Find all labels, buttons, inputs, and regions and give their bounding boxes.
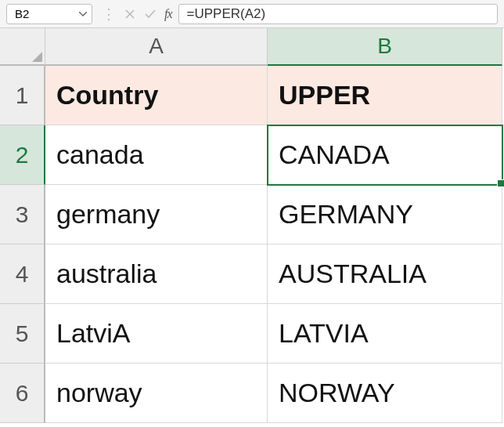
cancel-icon[interactable] [124,8,136,20]
table-row: 3 germany GERMANY [0,185,504,244]
row-header[interactable]: 6 [0,364,45,423]
cell-A3[interactable]: germany [45,185,268,244]
row-header[interactable]: 1 [0,66,45,125]
cell-B3[interactable]: GERMANY [268,185,502,244]
row-header[interactable]: 3 [0,185,45,244]
cell-B2[interactable]: CANADA [268,125,502,185]
cell-B1[interactable]: UPPER [268,66,502,125]
cell-B6[interactable]: NORWAY [268,364,502,423]
row-header[interactable]: 4 [0,244,45,304]
cell-reference: B2 [15,7,29,20]
formula-text: =UPPER(A2) [187,6,266,22]
column-header-A[interactable]: A [45,28,268,66]
name-box[interactable]: B2 [6,4,92,24]
fx-icon[interactable]: fx [164,7,172,21]
cell-A6[interactable]: norway [45,364,268,423]
row-header[interactable]: 5 [0,304,45,364]
table-row: 6 norway NORWAY [0,364,504,423]
check-icon[interactable] [144,8,157,20]
formula-bar-icons: ⋮ fx [95,5,175,23]
formula-bar: B2 ⋮ fx =UPPER(A2) [0,0,504,28]
cell-B4[interactable]: AUSTRALIA [268,244,502,304]
table-row: 5 LatviA LATVIA [0,304,504,364]
column-header-B[interactable]: B [268,28,502,66]
column-headers: A B [0,28,504,66]
cell-A5[interactable]: LatviA [45,304,268,364]
cell-B5[interactable]: LATVIA [268,304,502,364]
formula-input[interactable]: =UPPER(A2) [178,4,498,24]
spreadsheet-grid: A B 1 Country UPPER 2 canada CANADA 3 ge… [0,28,504,423]
row-header[interactable]: 2 [0,125,45,185]
select-all-corner[interactable] [0,28,45,66]
table-row: 2 canada CANADA [0,125,504,185]
table-row: 1 Country UPPER [0,66,504,125]
chevron-down-icon[interactable] [79,12,87,16]
cell-A2[interactable]: canada [45,125,268,185]
divider-icon: ⋮ [102,5,116,23]
cell-A4[interactable]: australia [45,244,268,304]
cell-A1[interactable]: Country [45,66,268,125]
table-row: 4 australia AUSTRALIA [0,244,504,304]
